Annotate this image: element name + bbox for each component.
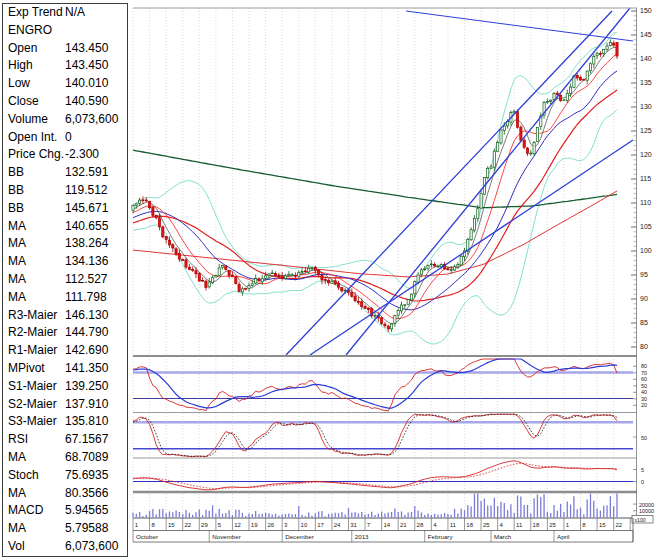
svg-text:20: 20 [641,402,647,408]
svg-text:22: 22 [615,522,622,528]
field-label: MA [3,289,65,307]
field-value: 5.94565 [65,502,127,520]
svg-text:12: 12 [234,522,241,528]
data-window-row: Price Chg.-2.300 [3,146,127,164]
long-moving-averages [133,150,617,277]
svg-text:30: 30 [641,396,647,402]
field-value: 140.655 [65,218,127,236]
field-label: BB [3,200,65,218]
field-label: S2-Maier [3,396,65,414]
data-window-row: R3-Maier146.130 [3,307,127,325]
svg-text:8: 8 [151,522,155,528]
svg-text:December: December [285,533,314,540]
field-label: MA [3,235,65,253]
data-window-row: Low140.010 [3,75,127,93]
field-label: Vol [3,538,65,556]
data-window-row: MA111.798 [3,289,127,307]
svg-text:40: 40 [641,389,647,395]
svg-text:8: 8 [582,522,586,528]
field-label: R1-Maier [3,342,65,360]
macd-panel: 50 [133,461,644,490]
svg-text:50: 50 [641,383,647,389]
svg-text:26: 26 [267,522,274,528]
field-value: 6,073,600 [65,111,127,129]
metastock-chart-window: Exp TrendN/AENGROOpen143.450High143.450L… [0,0,660,560]
field-value: -2.300 [65,146,127,164]
data-window-row: S3-Maier135.810 [3,413,127,431]
svg-text:7: 7 [367,522,371,528]
candlesticks [132,39,618,332]
data-window-row: MA68.7089 [3,449,127,467]
data-window-row: BB145.671 [3,200,127,218]
field-value: 5.79588 [65,520,127,538]
field-value: 139.250 [65,378,127,396]
svg-text:x100: x100 [635,517,646,523]
field-label: Close [3,93,65,111]
field-value: 145.671 [65,200,127,218]
svg-text:1: 1 [566,522,570,528]
svg-text:145: 145 [640,31,652,38]
data-window-row: RSI67.1567 [3,431,127,449]
field-label: Open [3,40,65,58]
data-window-row: Open Int.0 [3,129,127,147]
field-value: 135.810 [65,413,127,431]
field-value: 134.136 [65,253,127,271]
rsi-panel: 80706050403020 [133,359,647,411]
svg-text:115: 115 [640,175,651,182]
svg-text:18: 18 [466,522,473,528]
field-value [65,22,127,40]
svg-text:5: 5 [641,467,644,473]
data-window-row: MA138.264 [3,235,127,253]
svg-text:120: 120 [640,151,652,158]
field-value: 138.264 [65,235,127,253]
field-value: 0 [65,129,127,147]
field-label: R3-Maier [3,307,65,325]
svg-text:110: 110 [640,199,651,206]
field-label: BB [3,182,65,200]
svg-text:80: 80 [641,363,647,369]
data-window-row: S1-Maier139.250 [3,378,127,396]
field-label: High [3,57,65,75]
data-window-row: Volume6,073,600 [3,111,127,129]
field-label: MPivot [3,360,65,378]
svg-text:140: 140 [640,55,652,62]
svg-text:25: 25 [549,522,556,528]
svg-text:130: 130 [640,103,652,110]
panel-separators [133,8,637,518]
field-value: 6,073,600 [65,538,127,556]
svg-text:21: 21 [400,522,407,528]
svg-text:0: 0 [641,479,644,485]
data-window-row: S2-Maier137.910 [3,396,127,414]
svg-text:14: 14 [383,522,390,528]
svg-text:11: 11 [450,522,457,528]
data-window-row: ENGRO [3,22,127,40]
field-label: R2-Maier [3,324,65,342]
field-label: MA [3,485,65,503]
svg-text:50: 50 [641,435,647,441]
svg-text:28: 28 [417,522,424,528]
svg-text:11: 11 [516,522,523,528]
svg-text:125: 125 [640,127,652,134]
data-window-row: MPivot141.350 [3,360,127,378]
field-value: 143.450 [65,40,127,58]
field-value: 112.527 [65,271,127,289]
svg-text:29: 29 [201,522,208,528]
svg-text:135: 135 [640,79,652,86]
field-value: 68.7089 [65,449,127,467]
svg-text:March: March [494,533,512,540]
field-value: 141.350 [65,360,127,378]
field-label: Price Chg. [3,146,65,164]
field-label: MACD [3,502,65,520]
field-label: MA [3,218,65,236]
data-window-row: MACD5.94565 [3,502,127,520]
bollinger-bands [133,33,617,345]
field-label: Open Int. [3,129,65,147]
svg-text:3: 3 [284,522,288,528]
data-window-row: High143.450 [3,57,127,75]
svg-text:10000: 10000 [639,508,654,514]
data-window-row: BB132.591 [3,164,127,182]
svg-text:85: 85 [640,319,648,326]
field-label: Stoch [3,467,65,485]
stochastic-panel: 50 [133,414,647,457]
svg-text:150: 150 [640,7,652,14]
